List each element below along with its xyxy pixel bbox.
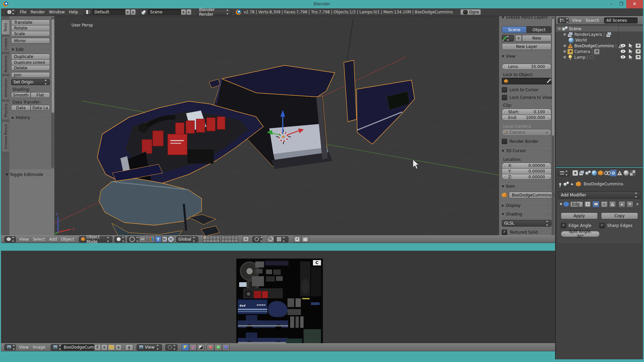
viewport-3d[interactable]: z x y User Persp (1) BoxDodgeCummins Too… [1, 16, 555, 243]
opengl-render-anim-button[interactable] [301, 236, 309, 243]
panel-grip-icon[interactable]: :::: [546, 213, 551, 216]
selectable-cursor-icon[interactable] [629, 43, 633, 48]
tool-shelf-scrollbar[interactable] [51, 17, 54, 168]
duplicate-linked-button[interactable]: Duplicate Linked [11, 59, 50, 65]
shelf-tab-create[interactable]: Create [2, 36, 9, 52]
renderlayer-data-icon[interactable] [606, 32, 611, 37]
modifier-move-down-button[interactable] [627, 201, 633, 207]
red-channel-button[interactable] [207, 344, 214, 351]
selectable-cursor-icon[interactable] [629, 49, 633, 54]
cursor-x-field[interactable]: ‹X: 0.00000› [502, 163, 551, 168]
join-button[interactable]: Join [11, 72, 50, 78]
glsl-dropdown[interactable]: GLSL [502, 220, 551, 227]
set-origin-dropdown[interactable]: Set Origin [11, 79, 50, 85]
add-menu[interactable]: Add [47, 237, 59, 242]
visibility-eye-icon[interactable] [620, 49, 626, 53]
expand-icon[interactable]: ⊕ [563, 44, 566, 48]
cursor-y-field[interactable]: ‹Y: 0.00000› [502, 168, 551, 174]
panel-grip-icon[interactable]: :::: [45, 48, 51, 51]
tab-object-data[interactable] [616, 170, 623, 176]
selectable-cursor-icon[interactable] [629, 55, 633, 59]
edit-panel-header[interactable]: ▼ Edit :::: [12, 47, 51, 52]
scene-field[interactable]: Scene [148, 9, 181, 15]
lock-to-scene-toggle[interactable] [242, 236, 250, 243]
tab-world[interactable] [591, 170, 597, 176]
pivot-dropdown[interactable] [127, 236, 139, 242]
editor-type-image[interactable] [4, 344, 16, 350]
expand-icon[interactable]: ⊕ [563, 49, 566, 54]
mode-dropdown[interactable]: Object Mode [79, 236, 112, 242]
render-border-checkbox[interactable] [502, 139, 507, 144]
tool-shelf-scrollbar-thumb[interactable] [51, 19, 55, 113]
editor-type-3dview[interactable] [4, 236, 16, 242]
panel-grip-icon[interactable]: :::: [47, 173, 53, 176]
uv-pivot-dropdown[interactable] [165, 344, 177, 351]
tab-constraints[interactable] [604, 170, 610, 176]
render-border-row[interactable]: Render Border [502, 139, 539, 144]
outliner-search-menu[interactable]: Search [583, 18, 601, 23]
panel-grip-icon[interactable]: :::: [546, 185, 551, 188]
outliner-view-menu[interactable]: View [570, 18, 583, 23]
cursor-z-field[interactable]: ‹Z: 0.00000› [502, 174, 551, 180]
modifier-editmode-toggle[interactable] [601, 201, 608, 207]
modifier-delete-icon[interactable]: ✕ [636, 202, 639, 206]
tab-modifiers[interactable]: ⚙ [610, 170, 616, 176]
screen-layout-field[interactable]: Default [92, 9, 125, 15]
pin-button[interactable] [125, 344, 133, 351]
shading-panel-header[interactable]: ▼ Shading :::: [502, 212, 551, 217]
menu-file[interactable]: File [18, 10, 29, 14]
scene-icon-button[interactable] [139, 9, 148, 15]
clip-start-field[interactable]: ‹Start: 0.100› [502, 109, 551, 115]
cursor-3d-panel-header[interactable]: ▼ 3D Cursor :::: [502, 148, 551, 153]
opengl-render-button[interactable] [293, 236, 301, 243]
expand-icon[interactable]: ⊕ [563, 55, 566, 59]
modifier-expand-icon[interactable]: ▼ [560, 202, 562, 206]
scene-add-button[interactable]: + [181, 9, 186, 15]
image-name-field[interactable]: BoxDodgeCummins... [61, 344, 94, 351]
clear-camera-icon[interactable]: ✕ [546, 131, 548, 134]
restrict-icons-lamp[interactable] [620, 55, 641, 59]
menu-window[interactable]: Window [47, 10, 67, 14]
display-panel-header[interactable]: ▶ Display :::: [502, 203, 551, 208]
gp-new-button[interactable]: New [522, 35, 551, 42]
shelf-tab-relations[interactable]: Relations [2, 54, 9, 74]
titlebar[interactable]: Blender – ❐ ✕ [0, 0, 644, 8]
lock-camera-row[interactable]: Lock Camera to View [502, 95, 552, 100]
area-splitter-vertical[interactable] [555, 16, 556, 359]
item-name-field[interactable]: BoxDodgeCummins [509, 192, 554, 198]
layers-grid-2[interactable] [221, 236, 238, 243]
unlink-image-button[interactable]: ✕ [115, 344, 122, 351]
gp-new-layer-button[interactable]: New Layer [502, 43, 551, 50]
outliner-row-scene[interactable]: ⊖ Scene [558, 26, 642, 32]
manipulate-origins-toggle[interactable]: ↔ [139, 236, 146, 243]
clip-end-field[interactable]: ‹End: 1000.000› [502, 115, 551, 121]
lock-camera-checkbox[interactable] [502, 95, 507, 100]
gp-new-plus-button[interactable]: + [515, 35, 522, 42]
image-datablock-icon[interactable] [51, 344, 61, 351]
editor-type-info[interactable]: i [5, 9, 16, 15]
tab-render-layers[interactable] [578, 170, 585, 176]
shelf-tab-animation[interactable]: Animation [2, 76, 9, 100]
snap-toggle[interactable] [267, 236, 274, 243]
shelf-tab-grease-pencil[interactable]: Grease Pencil [2, 121, 9, 152]
menu-render[interactable]: Render [29, 10, 47, 14]
add-modifier-dropdown[interactable]: Add Modifier [558, 191, 640, 198]
modifier-cage-toggle[interactable] [609, 201, 616, 207]
data-layout-button[interactable]: Data La [31, 105, 50, 111]
lock-to-cursor-row[interactable]: Lock to Cursor [502, 87, 538, 93]
history-panel-header[interactable]: ▶ History :::: [12, 115, 51, 120]
truck-model[interactable] [97, 19, 415, 243]
close-button[interactable]: ✕ [626, 0, 643, 8]
outliner[interactable]: View Search All Scenes ⊖ Scene ⊕ RenderL… [556, 16, 643, 167]
collapse-icon[interactable]: ⊖ [558, 26, 561, 31]
menu-help[interactable]: Help [67, 10, 80, 14]
scene-close-button[interactable]: ✕ [186, 9, 192, 15]
apply-button[interactable]: Apply [561, 213, 598, 219]
view-panel-header[interactable]: ▼ View :::: [502, 54, 551, 59]
item-panel-header[interactable]: ▼ Item :::: [502, 184, 551, 189]
visibility-eye-icon[interactable] [620, 55, 626, 59]
object-menu[interactable]: Object [59, 237, 76, 242]
shelf-tab-physics[interactable]: Physics [2, 101, 9, 120]
draw-channels-alpha-button[interactable] [189, 344, 197, 351]
data-button[interactable]: Data [11, 105, 31, 111]
